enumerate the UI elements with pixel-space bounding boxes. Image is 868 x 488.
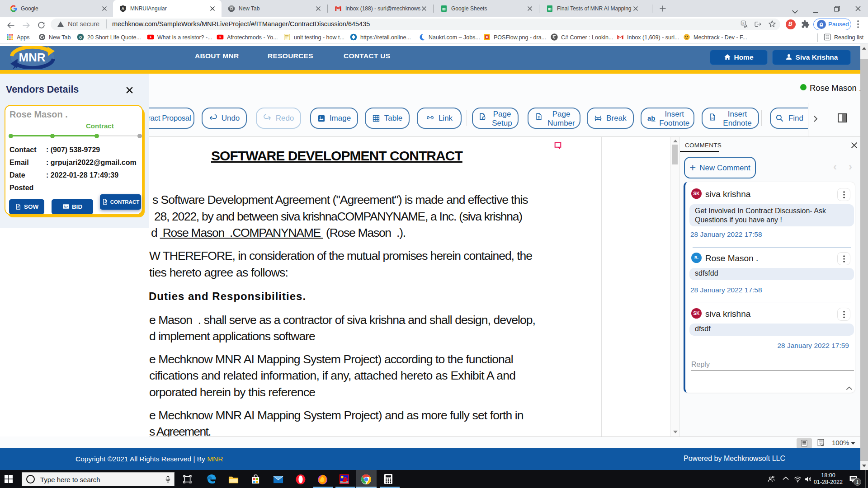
svg-text:MNR: MNR (19, 51, 45, 64)
svg-text:A: A (122, 6, 125, 11)
svg-text:[ii]: [ii] (711, 117, 714, 120)
svg-text:Q: Q (79, 35, 82, 39)
svg-text:文: 文 (742, 22, 745, 25)
svg-text:$: $ (64, 206, 65, 208)
